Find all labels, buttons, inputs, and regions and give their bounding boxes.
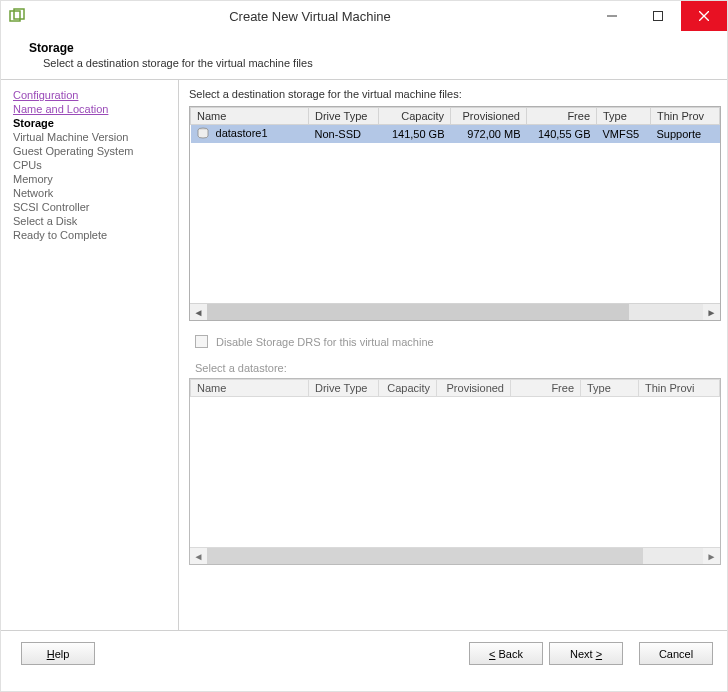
- checkbox-icon: [195, 335, 208, 348]
- datastore-icon: [197, 127, 209, 141]
- back-button[interactable]: < Back: [469, 642, 543, 665]
- scroll-thumb[interactable]: [207, 304, 629, 320]
- cell-provisioned: 972,00 MB: [451, 125, 527, 144]
- app-icon: [9, 8, 25, 24]
- minimize-button[interactable]: [589, 1, 635, 31]
- svg-rect-3: [654, 12, 663, 21]
- cell-drive-type: Non-SSD: [309, 125, 379, 144]
- sidebar-step: Virtual Machine Version: [13, 130, 166, 144]
- col-capacity[interactable]: Capacity: [379, 108, 451, 125]
- col-thin[interactable]: Thin Prov: [651, 108, 720, 125]
- disable-drs-checkbox: Disable Storage DRS for this virtual mac…: [195, 335, 721, 348]
- cell-free: 140,55 GB: [527, 125, 597, 144]
- select-datastore-label: Select a datastore:: [195, 362, 721, 374]
- col2-provisioned: Provisioned: [437, 380, 511, 397]
- maximize-button[interactable]: [635, 1, 681, 31]
- col2-name: Name: [191, 380, 309, 397]
- page-heading: Storage: [29, 41, 707, 55]
- sidebar-step: Select a Disk: [13, 214, 166, 228]
- sidebar-step: Ready to Complete: [13, 228, 166, 242]
- sidebar-step: Network: [13, 186, 166, 200]
- sidebar-step: Memory: [13, 172, 166, 186]
- col2-drive-type: Drive Type: [309, 380, 379, 397]
- table-empty-area: [190, 143, 720, 303]
- sidebar-step: SCSI Controller: [13, 200, 166, 214]
- close-button[interactable]: [681, 1, 727, 31]
- cell-type: VMFS5: [597, 125, 651, 144]
- col-free[interactable]: Free: [527, 108, 597, 125]
- page-subheading: Select a destination storage for the vir…: [43, 57, 707, 69]
- help-button[interactable]: Help: [21, 642, 95, 665]
- wizard-steps-sidebar: ConfigurationName and LocationStorageVir…: [1, 80, 179, 630]
- disable-drs-label: Disable Storage DRS for this virtual mac…: [216, 336, 434, 348]
- hscrollbar-2: ◄ ►: [190, 547, 720, 564]
- scroll-thumb: [207, 548, 643, 564]
- cancel-button[interactable]: Cancel: [639, 642, 713, 665]
- sidebar-step: Storage: [13, 116, 166, 130]
- col-provisioned[interactable]: Provisioned: [451, 108, 527, 125]
- scroll-left-icon[interactable]: ◄: [190, 304, 207, 321]
- scroll-left-icon: ◄: [190, 548, 207, 565]
- cell-name: datastore1: [216, 127, 268, 139]
- col2-free: Free: [511, 380, 581, 397]
- wizard-footer: Help < Back Next > Cancel: [1, 630, 727, 676]
- col2-capacity: Capacity: [379, 380, 437, 397]
- sidebar-step[interactable]: Name and Location: [13, 102, 166, 116]
- table-row[interactable]: datastore1 Non-SSD 141,50 GB 972,00 MB 1…: [191, 125, 720, 144]
- wizard-header: Storage Select a destination storage for…: [1, 31, 727, 80]
- sidebar-step: Guest Operating System: [13, 144, 166, 158]
- storage-prompt: Select a destination storage for the vir…: [189, 88, 721, 100]
- window-title: Create New Virtual Machine: [31, 9, 589, 24]
- next-button[interactable]: Next >: [549, 642, 623, 665]
- storage-table[interactable]: Name Drive Type Capacity Provisioned Fre…: [189, 106, 721, 321]
- sidebar-step[interactable]: Configuration: [13, 88, 166, 102]
- table2-empty-area: [190, 397, 720, 547]
- main-panel: Select a destination storage for the vir…: [179, 80, 727, 630]
- col2-type: Type: [581, 380, 639, 397]
- datastore-table: Name Drive Type Capacity Provisioned Fre…: [189, 378, 721, 565]
- titlebar: Create New Virtual Machine: [1, 1, 727, 31]
- scroll-right-icon[interactable]: ►: [703, 304, 720, 321]
- col-drive-type[interactable]: Drive Type: [309, 108, 379, 125]
- scroll-right-icon: ►: [703, 548, 720, 565]
- col-type[interactable]: Type: [597, 108, 651, 125]
- sidebar-step: CPUs: [13, 158, 166, 172]
- hscrollbar[interactable]: ◄ ►: [190, 303, 720, 320]
- col2-thin: Thin Provi: [639, 380, 720, 397]
- cell-capacity: 141,50 GB: [379, 125, 451, 144]
- col-name[interactable]: Name: [191, 108, 309, 125]
- cell-thin: Supporte: [651, 125, 720, 144]
